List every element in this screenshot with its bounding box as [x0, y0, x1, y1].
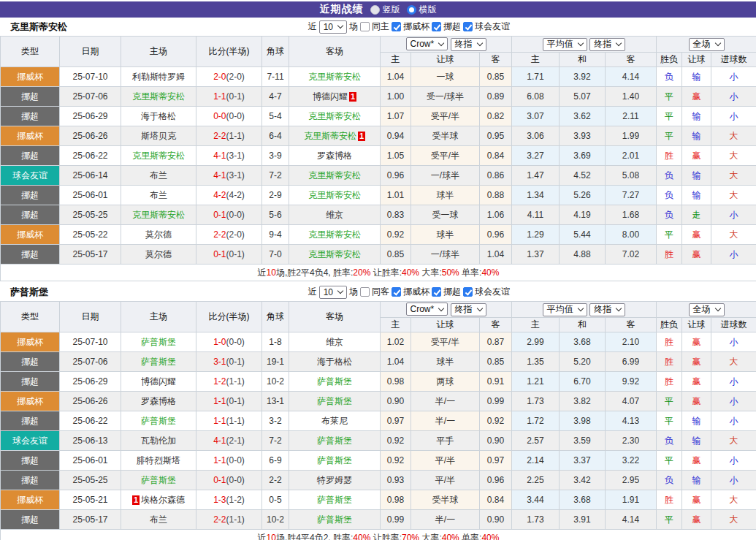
odds-home: 1.00	[381, 87, 411, 107]
away-team-cell: 萨普斯堡	[289, 490, 381, 510]
avg-stage-select[interactable]: 终指	[589, 303, 625, 316]
result-goals-flag: 小	[711, 392, 756, 411]
match-score-cell: 1-2(1-1)	[196, 372, 262, 392]
friendly-checkbox[interactable]	[463, 287, 473, 297]
avg-stage-select[interactable]: 终指	[589, 38, 625, 51]
odds-handicap: 半/一	[411, 392, 480, 411]
cup-checkbox[interactable]	[392, 287, 401, 297]
cup-label[interactable]: 挪威杯	[403, 286, 429, 298]
avg-home: 1.37	[512, 245, 560, 265]
near-label: 近	[308, 286, 317, 298]
odds-home: 0.99	[381, 510, 411, 530]
avg-draw: 5.20	[560, 352, 606, 372]
result-handicap-flag: 赢	[682, 510, 711, 530]
vertical-layout-label[interactable]: 竖版	[383, 4, 400, 16]
league-checkbox[interactable]	[432, 22, 441, 31]
radio-icon[interactable]	[370, 5, 380, 15]
red-card-badge: 1	[132, 495, 140, 505]
avg-away: 1.68	[606, 205, 657, 225]
match-score-cell: 0-1(0-1)	[196, 245, 262, 265]
odds-away: 0.86	[480, 166, 512, 186]
league-checkbox[interactable]	[432, 287, 441, 297]
chevron-down-icon	[438, 305, 444, 311]
result-goals-flag: 大	[711, 431, 756, 451]
chevron-down-icon	[714, 40, 720, 46]
col-date: 日期	[60, 37, 121, 67]
scope-select[interactable]: 全场	[689, 38, 725, 51]
team-name: 博德闪耀	[141, 376, 176, 387]
result-wdl-flag: 负	[657, 205, 682, 225]
scope-select[interactable]: 全场	[689, 303, 725, 316]
horizontal-layout-label[interactable]: 横版	[419, 4, 437, 16]
result-goals-flag: 小	[711, 451, 756, 471]
match-date: 25-07-06	[60, 87, 121, 107]
same-venue-checkbox[interactable]	[360, 22, 370, 31]
result-handicap-flag: 输	[682, 411, 711, 431]
friendly-label[interactable]: 球会友谊	[475, 20, 510, 33]
chevron-down-icon	[337, 288, 343, 294]
same-venue-label[interactable]: 同客	[372, 286, 389, 298]
league-label[interactable]: 挪超	[443, 286, 461, 298]
avg-odds-select[interactable]: 平均值	[543, 303, 587, 316]
horizontal-layout-radio[interactable]: 横版	[407, 4, 437, 16]
radio-checked-icon[interactable]	[407, 5, 416, 15]
result-wdl-flag: 负	[657, 471, 682, 490]
odds-home: 0.97	[381, 411, 411, 431]
match-type-cell: 挪超	[1, 451, 60, 471]
avg-away: 6.99	[606, 352, 657, 372]
table-header-top: 类型 日期 主场 比分(半场) 角球 客场 Crow* 终指 平均值 终指 全场	[1, 37, 756, 53]
odds-away: 0.82	[480, 107, 512, 126]
cup-checkbox[interactable]	[392, 22, 401, 31]
match-date: 25-05-17	[60, 510, 121, 530]
matches-count-select[interactable]: 10	[319, 286, 347, 299]
avg-odds-select[interactable]: 平均值	[543, 38, 587, 51]
team-name: 博德闪耀	[313, 91, 348, 102]
result-wdl-flag: 负	[657, 67, 682, 87]
corner-count: 6-4	[262, 126, 289, 146]
halftime-score: (2-0)	[226, 229, 245, 240]
league-badge: 挪威杯	[1, 126, 59, 145]
summary-part: 单率:	[459, 533, 482, 540]
odds-home: 0.93	[381, 471, 411, 490]
col-result-wdl: 胜负	[657, 53, 682, 67]
match-score-cell: 0-1(0-0)	[196, 471, 262, 490]
same-venue-checkbox[interactable]	[360, 287, 370, 297]
match-type-cell: 挪威杯	[1, 490, 60, 510]
col-odds-away: 客	[480, 318, 512, 332]
match-type-cell: 挪超	[1, 205, 60, 225]
friendly-checkbox[interactable]	[463, 22, 473, 31]
away-team-cell: 萨普斯堡	[289, 510, 381, 530]
summary-part: 40%	[402, 267, 419, 278]
match-type-cell: 挪超	[1, 107, 60, 126]
corner-count: 7-2	[262, 431, 289, 451]
corner-count: 3-9	[262, 146, 289, 166]
match-type-cell: 挪超	[1, 186, 60, 205]
vertical-layout-radio[interactable]: 竖版	[370, 4, 400, 16]
result-handicap-flag: 赢	[682, 392, 711, 411]
match-score-cell: 4-1(3-1)	[196, 146, 262, 166]
corner-count: 5-6	[262, 205, 289, 225]
col-avg-away: 客	[606, 318, 657, 332]
avg-draw: 4.19	[560, 205, 606, 225]
odds-stage-select[interactable]: 终指	[451, 303, 486, 316]
odds-company-select[interactable]: Crow*	[406, 37, 448, 50]
home-team-cell: 罗森博格	[121, 392, 196, 411]
same-venue-label[interactable]: 同主	[372, 20, 389, 33]
matches-count-select[interactable]: 10	[319, 20, 347, 34]
team-name: 克里斯蒂安松	[308, 170, 361, 180]
match-filters: 近 10 场 同主 挪威杯 挪超 球会友谊	[308, 18, 510, 36]
avg-group-header: 平均值 终指	[512, 37, 657, 53]
col-away: 客场	[289, 302, 381, 332]
result-wdl-flag: 平	[657, 411, 682, 431]
odds-stage-select[interactable]: 终指	[451, 38, 486, 51]
league-label[interactable]: 挪超	[443, 20, 461, 33]
cup-label[interactable]: 挪威杯	[403, 20, 429, 33]
odds-company-select[interactable]: Crow*	[406, 303, 448, 316]
avg-draw: 3.69	[560, 146, 606, 166]
team-name: 萨普斯堡	[317, 376, 352, 387]
result-wdl-flag: 平	[657, 392, 682, 411]
home-team-cell: 布兰	[121, 186, 196, 205]
avg-group-header: 平均值 终指	[512, 302, 657, 318]
avg-draw: 3.91	[560, 510, 606, 530]
friendly-label[interactable]: 球会友谊	[475, 286, 510, 298]
